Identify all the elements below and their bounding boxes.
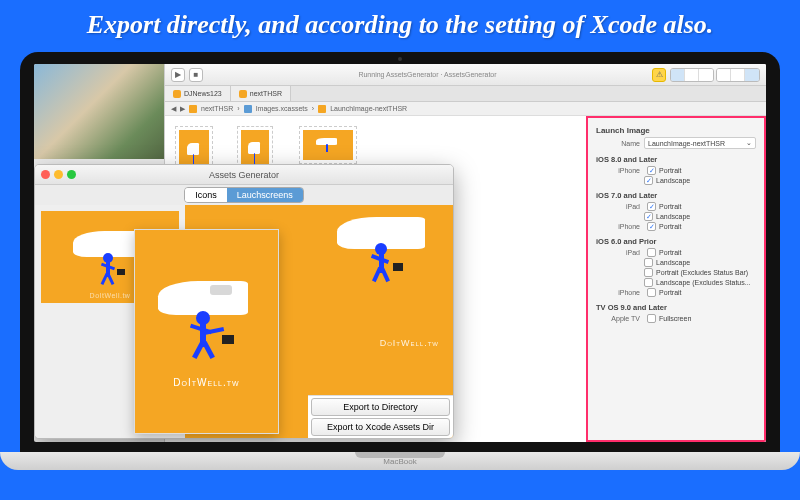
zoom-button[interactable] bbox=[67, 170, 76, 179]
checkbox-label: Landscape (Excludes Status... bbox=[656, 279, 751, 286]
orientation-checkbox-row[interactable]: Landscape bbox=[644, 176, 756, 185]
orientation-checkbox-row[interactable]: Landscape bbox=[644, 258, 756, 267]
camera-dot bbox=[398, 57, 402, 61]
device-label: iPhone bbox=[596, 167, 640, 174]
orientation-checkbox-row[interactable]: iPhonePortrait bbox=[596, 288, 756, 297]
checkbox[interactable] bbox=[647, 314, 656, 323]
project-tab[interactable]: nextTHSR bbox=[231, 86, 291, 101]
brand-watermark: DoItWell.tw bbox=[90, 292, 131, 299]
checkbox[interactable] bbox=[647, 288, 656, 297]
checkbox[interactable] bbox=[644, 268, 653, 277]
stepper-icon[interactable]: ⌄ bbox=[746, 139, 752, 147]
xcode-tab-bar: DJNews123 nextTHSR bbox=[165, 86, 766, 102]
project-tab[interactable]: DJNews123 bbox=[165, 86, 231, 101]
checkbox[interactable] bbox=[647, 202, 656, 211]
nav-back-icon[interactable]: ◀ bbox=[171, 105, 176, 113]
device-label: Apple TV bbox=[596, 315, 640, 322]
orientation-checkbox-row[interactable]: iPhonePortrait bbox=[596, 222, 756, 231]
folder-icon bbox=[189, 105, 197, 113]
editor-mode-segmented[interactable] bbox=[670, 68, 714, 82]
macbook-label: MacBook bbox=[383, 457, 416, 466]
breadcrumb[interactable]: ◀ ▶ nextTHSR › Images.xcassets › LaunchI… bbox=[165, 102, 766, 116]
checkbox-label: Portrait bbox=[659, 203, 682, 210]
inspector-section-title: iOS 8.0 and Later bbox=[596, 155, 756, 164]
checkbox[interactable] bbox=[644, 258, 653, 267]
checkbox-label: Portrait bbox=[659, 167, 682, 174]
checkbox-label: Landscape bbox=[656, 177, 690, 184]
checkbox[interactable] bbox=[644, 176, 653, 185]
mode-segmented[interactable]: Icons Lauchscreens bbox=[184, 187, 304, 203]
orientation-checkbox-row[interactable]: iPadPortrait bbox=[596, 248, 756, 257]
export-to-xcode-button[interactable]: Export to Xcode Assets Dir bbox=[311, 418, 450, 436]
export-to-directory-button[interactable]: Export to Directory bbox=[311, 398, 450, 416]
orientation-checkbox-row[interactable]: Landscape bbox=[644, 212, 756, 221]
macbook-frame: ▶ ■ Running AssetsGenerator · AssetsGene… bbox=[20, 52, 780, 470]
orientation-checkbox-row[interactable]: iPhonePortrait bbox=[596, 166, 756, 175]
xcode-toolbar: ▶ ■ Running AssetsGenerator · AssetsGene… bbox=[165, 64, 766, 86]
checkbox[interactable] bbox=[647, 166, 656, 175]
orientation-checkbox-row[interactable]: Apple TVFullscreen bbox=[596, 314, 756, 323]
portrait-preview[interactable]: DoItWell.tw bbox=[134, 229, 279, 434]
run-button[interactable]: ▶ bbox=[171, 68, 185, 82]
checkbox[interactable] bbox=[647, 248, 656, 257]
minimize-button[interactable] bbox=[54, 170, 63, 179]
inspector-section-title: TV OS 9.0 and Later bbox=[596, 303, 756, 312]
device-label: iPhone bbox=[596, 223, 640, 230]
checkbox[interactable] bbox=[644, 278, 653, 287]
device-label: iPad bbox=[596, 203, 640, 210]
checkbox[interactable] bbox=[647, 222, 656, 231]
inspector-section-title: iOS 7.0 and Later bbox=[596, 191, 756, 200]
checkbox-label: Portrait bbox=[659, 289, 682, 296]
launchimage-icon bbox=[318, 105, 326, 113]
name-label: Name bbox=[596, 140, 640, 147]
orientation-checkbox-row[interactable]: Landscape (Excludes Status... bbox=[644, 278, 756, 287]
checkbox-label: Portrait bbox=[659, 249, 682, 256]
assets-icon bbox=[244, 105, 252, 113]
panel-toggle-segmented[interactable] bbox=[716, 68, 760, 82]
window-title: Assets Generator bbox=[209, 170, 279, 180]
device-label: iPhone bbox=[596, 289, 640, 296]
brand-watermark: DoItWell.tw bbox=[380, 338, 439, 348]
build-status: Running AssetsGenerator · AssetsGenerato… bbox=[207, 71, 648, 78]
window-titlebar[interactable]: Assets Generator bbox=[35, 165, 453, 185]
inspector-section-title: iOS 6.0 and Prior bbox=[596, 237, 756, 246]
checkbox[interactable] bbox=[644, 212, 653, 221]
name-field[interactable]: LaunchImage-nextTHSR ⌄ bbox=[644, 137, 756, 149]
warning-indicator[interactable]: ⚠ bbox=[652, 68, 666, 82]
close-button[interactable] bbox=[41, 170, 50, 179]
orientation-checkbox-row[interactable]: iPadPortrait bbox=[596, 202, 756, 211]
launch-image-inspector: Launch Image Name LaunchImage-nextTHSR ⌄… bbox=[586, 116, 766, 442]
inspector-title: Launch Image bbox=[596, 126, 756, 135]
checkbox-label: Portrait (Excludes Status Bar) bbox=[656, 269, 748, 276]
brand-watermark: DoItWell.tw bbox=[173, 377, 239, 388]
tab-icons[interactable]: Icons bbox=[185, 188, 227, 202]
nav-fwd-icon[interactable]: ▶ bbox=[180, 105, 185, 113]
checkbox-label: Landscape bbox=[656, 259, 690, 266]
headline: Export directly, and according to the se… bbox=[0, 0, 800, 44]
device-label: iPad bbox=[596, 249, 640, 256]
tab-lauchscreens[interactable]: Lauchscreens bbox=[227, 188, 303, 202]
stop-button[interactable]: ■ bbox=[189, 68, 203, 82]
orientation-checkbox-row[interactable]: Portrait (Excludes Status Bar) bbox=[644, 268, 756, 277]
checkbox-label: Landscape bbox=[656, 213, 690, 220]
desktop-wallpaper bbox=[34, 64, 184, 159]
checkbox-label: Fullscreen bbox=[659, 315, 691, 322]
checkbox-label: Portrait bbox=[659, 223, 682, 230]
